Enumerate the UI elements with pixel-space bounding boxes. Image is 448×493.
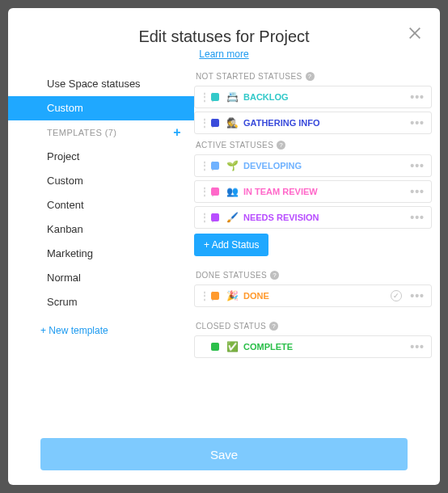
status-emoji-icon: ✅ [226, 341, 239, 352]
modal-title: Edit statuses for Project [8, 27, 440, 46]
section-label-text: NOT STARTED STATUSES [196, 72, 302, 81]
row-actions-button[interactable]: ••• [408, 185, 426, 198]
not-started-section-label: NOT STARTED STATUSES ? [196, 72, 432, 81]
add-template-button[interactable]: + [173, 120, 181, 145]
status-label[interactable]: DONE [243, 291, 391, 301]
status-emoji-icon: 🌱 [226, 160, 239, 171]
row-actions-button[interactable]: ••• [408, 91, 426, 103]
use-space-statuses-option[interactable]: Use Space statuses [8, 72, 194, 96]
drag-handle-icon[interactable] [200, 117, 208, 129]
save-button[interactable]: Save [40, 438, 408, 470]
modal-footer: Save [8, 427, 440, 470]
status-color-swatch[interactable] [211, 162, 219, 170]
help-icon[interactable]: ? [270, 271, 279, 280]
new-template-button[interactable]: + New template [8, 319, 194, 342]
status-color-swatch[interactable] [211, 213, 219, 221]
row-actions-button[interactable]: ••• [408, 159, 426, 172]
status-color-swatch[interactable] [211, 93, 219, 101]
section-label-text: ACTIVE STATUSES [196, 141, 273, 150]
status-row[interactable]: 🎉 DONE ✓ ••• [194, 284, 432, 307]
drag-handle-icon[interactable] [200, 160, 208, 171]
template-item[interactable]: Kanban [8, 217, 194, 242]
active-section-label: ACTIVE STATUSES ? [196, 141, 432, 150]
row-actions-button[interactable]: ••• [408, 289, 426, 302]
template-item[interactable]: Content [8, 193, 194, 217]
drag-handle-icon[interactable] [200, 290, 208, 301]
status-color-swatch[interactable] [211, 119, 219, 127]
templates-header: TEMPLATES (7) + [8, 120, 194, 145]
status-emoji-icon: 🎉 [226, 290, 239, 301]
closed-section-label: CLOSED STATUS ? [196, 322, 432, 331]
status-label[interactable]: NEEDS REVISION [243, 213, 408, 222]
status-row[interactable]: 🌱 DEVELOPING ••• [194, 154, 432, 177]
status-color-swatch[interactable] [211, 343, 219, 351]
status-color-swatch[interactable] [211, 188, 219, 196]
check-circle-icon[interactable]: ✓ [391, 290, 402, 301]
status-row[interactable]: 📇 BACKLOG ••• [194, 86, 432, 108]
status-label[interactable]: DEVELOPING [243, 161, 408, 171]
section-label-text: DONE STATUSES [196, 271, 267, 280]
custom-option[interactable]: Custom [8, 96, 194, 120]
status-label[interactable]: GATHERING INFO [243, 118, 408, 128]
learn-more-link[interactable]: Learn more [199, 48, 248, 60]
template-item[interactable]: Marketing [8, 242, 194, 266]
template-item[interactable]: Normal [8, 266, 194, 290]
status-emoji-icon: 🕵️ [226, 117, 239, 129]
status-emoji-icon: 👥 [226, 186, 239, 197]
status-row[interactable]: 👥 IN TEAM REVIEW ••• [194, 180, 432, 203]
status-row[interactable]: ✅ COMPLETE ••• [194, 335, 432, 358]
template-item[interactable]: Scrum [8, 290, 194, 314]
drag-handle-icon[interactable] [200, 212, 208, 223]
section-label-text: CLOSED STATUS [196, 322, 266, 331]
modal-header: Edit statuses for Project Learn more [8, 27, 440, 61]
add-status-button[interactable]: + Add Status [194, 234, 268, 256]
help-icon[interactable]: ? [306, 72, 315, 81]
help-icon[interactable]: ? [269, 322, 278, 331]
help-icon[interactable]: ? [277, 141, 285, 150]
template-item[interactable]: Project [8, 145, 194, 169]
row-actions-button[interactable]: ••• [408, 116, 426, 129]
done-section-label: DONE STATUSES ? [196, 271, 432, 280]
status-label[interactable]: COMPLETE [243, 342, 408, 352]
template-item[interactable]: Custom [8, 169, 194, 193]
status-emoji-icon: 🖌️ [226, 212, 239, 223]
status-label[interactable]: BACKLOG [243, 92, 408, 102]
status-row[interactable]: 🕵️ GATHERING INFO ••• [194, 112, 432, 134]
status-row[interactable]: 🖌️ NEEDS REVISION ••• [194, 206, 432, 229]
status-label[interactable]: IN TEAM REVIEW [243, 187, 408, 196]
row-actions-button[interactable]: ••• [408, 211, 426, 224]
row-actions-button[interactable]: ••• [408, 340, 426, 353]
modal-body: Use Space statuses Custom TEMPLATES (7) … [8, 69, 440, 427]
status-color-swatch[interactable] [211, 292, 219, 300]
edit-statuses-modal: Edit statuses for Project Learn more Use… [8, 8, 440, 485]
status-emoji-icon: 📇 [226, 91, 239, 103]
status-editor: NOT STARTED STATUSES ? 📇 BACKLOG ••• 🕵️ … [194, 69, 432, 427]
templates-header-label: TEMPLATES (7) [47, 120, 116, 145]
drag-handle-icon[interactable] [200, 91, 208, 103]
status-source-list: Use Space statuses Custom TEMPLATES (7) … [8, 69, 194, 427]
drag-handle-icon[interactable] [200, 186, 208, 197]
